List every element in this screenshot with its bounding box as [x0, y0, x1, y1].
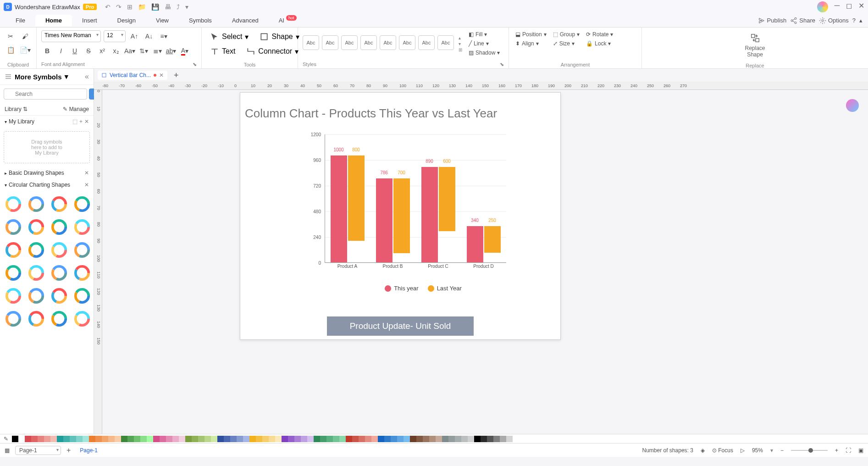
basic-shapes-section[interactable]: ▸Basic Drawing Shapes ✕	[0, 167, 94, 179]
color-swatch[interactable]	[288, 436, 294, 442]
color-swatch[interactable]	[205, 436, 211, 442]
shape-thumbnail[interactable]	[27, 217, 46, 237]
line-button[interactable]: ╱ Line ▾	[467, 39, 502, 48]
color-swatch[interactable]	[468, 436, 474, 442]
color-swatch[interactable]	[153, 436, 160, 442]
new-icon[interactable]: ⊞	[127, 3, 133, 11]
color-swatch[interactable]	[134, 436, 140, 442]
bar-chart[interactable]: 02404807209601200 1000800786700890600340…	[304, 134, 506, 272]
manage-button[interactable]: ✎ Manage	[63, 106, 89, 112]
color-swatch[interactable]	[166, 436, 172, 442]
color-swatch[interactable]	[18, 436, 25, 442]
color-swatch[interactable]	[384, 436, 391, 442]
font-color-icon[interactable]: A▾	[179, 45, 191, 57]
color-swatch[interactable]	[436, 436, 442, 442]
style-preset[interactable]: Abc	[341, 35, 358, 50]
shape-thumbnail[interactable]	[27, 309, 46, 328]
canvas[interactable]: Column Chart - Products This Year vs Las…	[102, 90, 868, 434]
color-swatch[interactable]	[211, 436, 217, 442]
color-swatch[interactable]	[352, 436, 359, 442]
color-swatch[interactable]	[339, 436, 346, 442]
style-preset[interactable]: Abc	[380, 35, 396, 50]
library-drop-zone[interactable]: Drag symbols here to add to My Library	[4, 131, 90, 163]
superscript-icon[interactable]: x²	[96, 45, 108, 57]
my-library-section[interactable]: ▾My Library ⬚+✕	[0, 116, 94, 128]
color-swatch[interactable]	[474, 436, 481, 442]
color-swatch[interactable]	[127, 436, 134, 442]
color-swatch[interactable]	[70, 436, 76, 442]
color-swatch[interactable]	[404, 436, 410, 442]
text-tool[interactable]: Text	[206, 45, 239, 58]
shape-thumbnail[interactable]	[72, 217, 92, 237]
menu-ai[interactable]: AI hot	[269, 15, 307, 26]
color-swatch[interactable]	[95, 436, 102, 442]
group-button[interactable]: ⬚ Group ▾	[551, 30, 581, 39]
fullscreen-icon[interactable]: ⛶	[846, 447, 851, 454]
highlight-icon[interactable]: ab▾	[165, 45, 177, 57]
play-icon[interactable]: ▷	[741, 447, 745, 454]
paste-icon[interactable]: 📄▾	[19, 44, 31, 56]
color-swatch[interactable]	[63, 436, 70, 442]
color-swatch[interactable]	[429, 436, 436, 442]
color-swatch[interactable]	[442, 436, 448, 442]
redo-icon[interactable]: ↷	[116, 3, 122, 11]
line-spacing-icon[interactable]: ⇅▾	[138, 45, 149, 57]
close-tab-icon[interactable]: ✕	[159, 72, 164, 78]
color-swatch[interactable]	[230, 436, 237, 442]
share-button[interactable]: Share	[790, 17, 815, 24]
zoom-level[interactable]: 95%	[752, 447, 763, 454]
color-swatch[interactable]	[243, 436, 249, 442]
ribbon-collapse-icon[interactable]: ▴	[859, 17, 862, 24]
menu-view[interactable]: View	[146, 15, 179, 26]
shape-thumbnail[interactable]	[4, 194, 23, 214]
select-tool[interactable]: Select▾	[206, 30, 252, 43]
export-icon[interactable]: ⤴	[177, 3, 180, 11]
bold-icon[interactable]: B	[41, 45, 53, 57]
menu-file[interactable]: File	[6, 15, 35, 26]
color-swatch[interactable]	[237, 436, 243, 442]
shape-thumbnail[interactable]	[4, 240, 23, 260]
shape-thumbnail[interactable]	[27, 286, 46, 305]
style-preset[interactable]: Abc	[360, 35, 377, 50]
layout-icon[interactable]: ▦	[5, 447, 10, 454]
bullet-icon[interactable]: ≣▾	[151, 45, 163, 57]
color-swatch[interactable]	[506, 436, 513, 442]
page[interactable]: Column Chart - Products This Year vs Las…	[240, 92, 561, 340]
color-swatch[interactable]	[326, 436, 333, 442]
color-swatch[interactable]	[423, 436, 429, 442]
menu-symbols[interactable]: Symbols	[179, 15, 222, 26]
color-swatch[interactable]	[359, 436, 365, 442]
color-swatch[interactable]	[275, 436, 282, 442]
color-swatch[interactable]	[115, 436, 121, 442]
shape-thumbnail[interactable]	[4, 263, 23, 283]
more-symbols-button[interactable]: More Symbols▾	[5, 72, 68, 81]
color-swatch[interactable]	[31, 436, 38, 442]
subscript-icon[interactable]: x₂	[110, 45, 122, 57]
shape-thumbnail[interactable]	[4, 217, 23, 237]
shadow-button[interactable]: ▨ Shadow ▾	[467, 49, 502, 57]
page-select[interactable]: Page-1	[15, 446, 61, 455]
menu-design[interactable]: Design	[107, 15, 146, 26]
color-swatch[interactable]	[192, 436, 198, 442]
color-swatch[interactable]	[378, 436, 384, 442]
cut-icon[interactable]: ✂	[5, 30, 17, 42]
shape-thumbnail[interactable]	[50, 286, 69, 305]
shape-thumbnail[interactable]	[4, 309, 23, 328]
connector-tool[interactable]: Connector▾	[243, 45, 302, 58]
color-swatch[interactable]	[172, 436, 179, 442]
color-swatch[interactable]	[346, 436, 352, 442]
section-close-icon[interactable]: ✕	[84, 182, 89, 188]
search-input[interactable]	[4, 89, 87, 100]
color-swatch[interactable]	[481, 436, 487, 442]
style-preset[interactable]: Abc	[322, 35, 338, 50]
color-swatch[interactable]	[314, 436, 320, 442]
shape-thumbnail[interactable]	[72, 286, 92, 305]
shape-thumbnail[interactable]	[4, 286, 23, 305]
color-swatch[interactable]	[179, 436, 185, 442]
color-swatch[interactable]	[333, 436, 339, 442]
color-swatch[interactable]	[301, 436, 307, 442]
strike-icon[interactable]: S	[83, 45, 94, 57]
shape-thumbnail[interactable]	[50, 217, 69, 237]
color-swatch[interactable]	[89, 436, 95, 442]
chart-caption[interactable]: Product Update- Unit Sold	[327, 316, 474, 336]
